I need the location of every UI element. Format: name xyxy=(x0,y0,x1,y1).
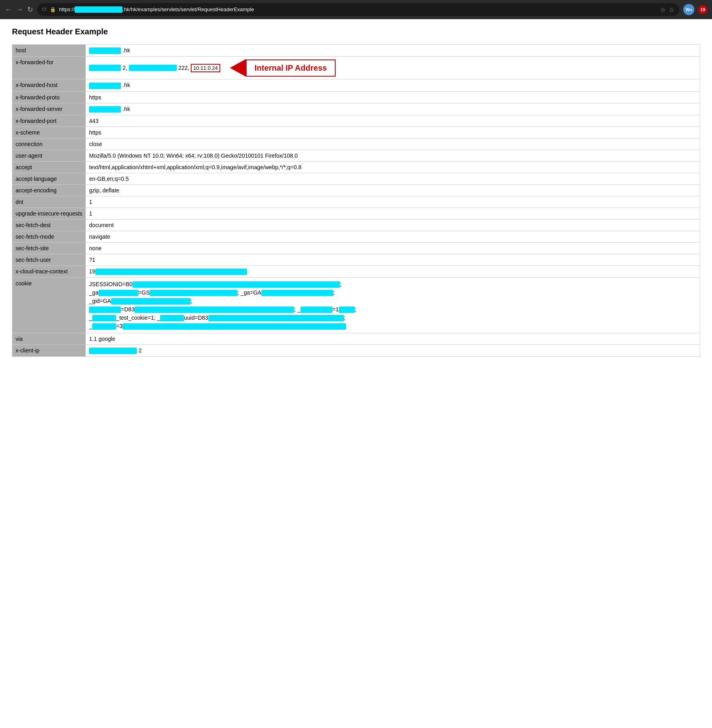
redacted-bar xyxy=(89,65,121,71)
redacted-bar xyxy=(134,307,294,313)
avatar[interactable]: Wo xyxy=(683,4,694,15)
redacted-bar xyxy=(133,281,340,288)
back-button[interactable]: ← xyxy=(5,6,12,13)
table-row: x-scheme https xyxy=(12,127,700,138)
table-row: upgrade-insecure-requests 1 xyxy=(12,208,700,219)
redacted-bar xyxy=(301,307,332,313)
header-value: none xyxy=(86,242,700,254)
header-value: 1 xyxy=(86,196,700,208)
table-row: sec-fetch-site none xyxy=(12,242,700,254)
header-value: gzip, deflate xyxy=(86,184,700,196)
table-row: x-forwarded-port 443 xyxy=(12,115,700,127)
page-title: Request Header Example xyxy=(12,27,700,36)
extensions-icon: ☆ xyxy=(660,6,666,14)
table-row: user-agent Mozilla/5.0 (Windows NT 10.0;… xyxy=(12,150,700,161)
table-row: dnt 1 xyxy=(12,196,700,208)
header-value: .hk xyxy=(86,45,700,57)
internal-ip: 10.11.0.24 xyxy=(191,64,220,72)
table-row: x-cloud-trace-context 19 xyxy=(12,265,700,277)
forward-button[interactable]: → xyxy=(16,6,23,13)
table-row: via 1.1 google xyxy=(12,333,700,345)
header-name: x-client-ip xyxy=(12,345,86,357)
header-name: cookie xyxy=(12,278,86,333)
header-name: sec-fetch-dest xyxy=(12,219,86,231)
header-name: x-forwarded-port xyxy=(12,115,86,127)
header-name: dnt xyxy=(12,196,86,208)
header-value: navigate xyxy=(86,231,700,242)
url-bar[interactable]: 🛡 🔒 https:// .hk/hk/examples/servlets/se… xyxy=(37,3,679,16)
cookie-line-2: _ga =GS ; _ga=GA ; xyxy=(89,289,696,297)
header-name: x-forwarded-server xyxy=(12,103,86,115)
redacted-bar xyxy=(160,315,184,321)
header-name: connection xyxy=(12,138,86,150)
header-value: document xyxy=(86,219,700,231)
cookie-line-3: _gid=GA ; xyxy=(89,297,696,305)
header-value: 2, 222, 10.11.0.24 Internal IP Address xyxy=(86,57,700,79)
redacted-bar xyxy=(89,83,121,89)
shield-icon: 🛡 xyxy=(42,7,47,12)
redacted-bar xyxy=(92,315,116,321)
xffor-suffix: 222, xyxy=(178,65,189,71)
header-value: 1 xyxy=(86,208,700,219)
redacted-bar xyxy=(89,348,137,354)
header-value: JSESSIONID=B0 ; _ga =GS ; _ga=GA ; _gid=… xyxy=(86,278,700,333)
cookie-line-6: _ =3 xyxy=(89,322,696,330)
redacted-bar xyxy=(89,307,121,313)
table-row: sec-fetch-dest document xyxy=(12,219,700,231)
header-name: x-forwarded-for xyxy=(12,57,86,79)
browser-chrome: ← → ↻ 🛡 🔒 https:// .hk/hk/examples/servl… xyxy=(0,0,712,19)
header-name: user-agent xyxy=(12,150,86,161)
host-suffix: .hk xyxy=(123,47,130,53)
redacted-bar xyxy=(89,106,121,113)
header-name: accept-encoding xyxy=(12,184,86,196)
reload-button[interactable]: ↻ xyxy=(27,6,33,13)
redacted-bar xyxy=(208,315,344,321)
redacted-bar xyxy=(123,323,346,330)
redacted-bar xyxy=(95,269,247,275)
header-value: text/html,application/xhtml+xml,applicat… xyxy=(86,161,700,173)
cookie-line-1: JSESSIONID=B0 ; xyxy=(89,280,696,289)
cookie-line-4: =D83 ; _ =1 ; xyxy=(89,305,696,314)
header-name: sec-fetch-site xyxy=(12,242,86,254)
bookmark-icon: ☆ xyxy=(669,6,674,14)
table-row: x-forwarded-server .hk xyxy=(12,103,700,115)
header-name: accept-language xyxy=(12,173,86,184)
redacted-bar xyxy=(261,290,333,296)
annotation-label: Internal IP Address xyxy=(246,59,336,77)
redacted-bar xyxy=(92,323,116,330)
cookie-line-5: _ _test_cookie=1; _ uuid=D83 ; xyxy=(89,314,696,322)
header-name: x-forwarded-proto xyxy=(12,91,86,103)
url-suffix: .hk/hk/examples/servlets/servlet/Request… xyxy=(123,6,254,12)
header-value: close xyxy=(86,138,700,150)
notification-badge: 19 xyxy=(698,5,707,14)
header-name: via xyxy=(12,333,86,345)
url-text: https:// .hk/hk/examples/servlets/servle… xyxy=(59,6,657,13)
table-row: connection close xyxy=(12,138,700,150)
url-prefix: https:// xyxy=(59,6,75,12)
table-row: x-forwarded-host .hk xyxy=(12,79,700,91)
header-value: 2 xyxy=(86,345,700,357)
redacted-bar xyxy=(339,307,355,313)
host-suffix: .hk xyxy=(123,106,130,112)
url-redacted xyxy=(75,6,123,13)
header-value: 1.1 google xyxy=(86,333,700,345)
header-name: accept xyxy=(12,161,86,173)
header-value: 443 xyxy=(86,115,700,127)
table-row: cookie JSESSIONID=B0 ; _ga =GS ; _ga=GA … xyxy=(12,278,700,333)
table-row: host .hk xyxy=(12,45,700,57)
header-value: .hk xyxy=(86,79,700,91)
arrow-icon xyxy=(230,59,246,77)
xffor-prefix: 2, xyxy=(123,65,127,71)
table-row: x-forwarded-proto https xyxy=(12,91,700,103)
header-name: x-forwarded-host xyxy=(12,79,86,91)
header-value: .hk xyxy=(86,103,700,115)
header-value: https xyxy=(86,127,700,138)
header-name: sec-fetch-mode xyxy=(12,231,86,242)
redacted-bar xyxy=(129,65,177,71)
redacted-bar xyxy=(89,47,121,54)
table-row: sec-fetch-mode navigate xyxy=(12,231,700,242)
headers-table: host .hk x-forwarded-for 2, 222, 10.11.0… xyxy=(12,44,700,357)
table-row: accept-language en-GB,en;q=0.5 xyxy=(12,173,700,184)
lock-icon: 🔒 xyxy=(50,7,56,12)
host-suffix: .hk xyxy=(123,82,130,88)
